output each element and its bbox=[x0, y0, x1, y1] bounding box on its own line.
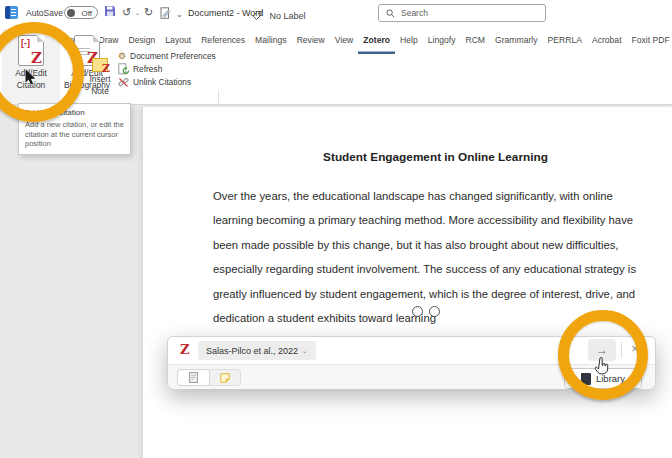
document-paragraph: Over the years, the educational landscap… bbox=[213, 184, 672, 330]
quick-access-overflow-icon[interactable]: ⌄ bbox=[176, 7, 183, 22]
unlink-citations-button[interactable]: Unlink Citations bbox=[118, 76, 191, 88]
tab-perrla[interactable]: PERRLA bbox=[543, 26, 587, 54]
tab-mailings[interactable]: Mailings bbox=[250, 26, 292, 54]
refresh-icon bbox=[118, 63, 129, 75]
mouse-hand-cursor bbox=[594, 357, 610, 380]
citation-chip-text: Salas-Pilco et al., 2022 bbox=[206, 346, 298, 356]
toggle-knob-icon bbox=[67, 9, 75, 17]
tooltip-body-line2: citation at the current cursor bbox=[25, 130, 124, 140]
citation-mode-button[interactable] bbox=[178, 370, 209, 385]
paragraph-line: been made possible by this change, but i… bbox=[213, 233, 672, 257]
search-icon bbox=[386, 9, 395, 18]
document-preferences-label: Document Preferences bbox=[130, 51, 216, 61]
title-bar: AutoSave Off ↺ ⌄ ↻ ⌄ Document2 - Word No… bbox=[0, 0, 672, 26]
mouse-arrow-cursor bbox=[24, 68, 37, 90]
citation-mode-toggle bbox=[177, 369, 241, 386]
tab-zotero[interactable]: Zotero bbox=[358, 26, 395, 54]
document-preferences-button[interactable]: ⚙ Document Preferences bbox=[118, 50, 216, 62]
citation-placeholder-bubble bbox=[429, 306, 440, 317]
autosave-state: Off bbox=[81, 9, 92, 18]
highlight-ring-accept-button bbox=[558, 310, 648, 400]
editor-doc-icon[interactable] bbox=[160, 7, 171, 23]
sensitivity-label-text: No Label bbox=[269, 11, 305, 21]
unlink-citations-label: Unlink Citations bbox=[133, 77, 191, 87]
undo-icon[interactable]: ↺ bbox=[122, 5, 131, 20]
paragraph-line: especially regarding student involvement… bbox=[213, 257, 672, 281]
paragraph-line: learning becoming a primary teaching met… bbox=[213, 208, 672, 232]
gear-icon: ⚙ bbox=[118, 51, 126, 61]
refresh-label: Refresh bbox=[133, 64, 162, 74]
refresh-button[interactable]: Refresh bbox=[118, 63, 162, 75]
insert-note-icon: Z bbox=[92, 58, 108, 72]
word-window: AutoSave Off ↺ ⌄ ↻ ⌄ Document2 - Word No… bbox=[0, 0, 672, 458]
autosave-toggle[interactable]: Off bbox=[64, 6, 98, 19]
redo-icon[interactable]: ↻ bbox=[144, 5, 153, 20]
paragraph-line: greatly influenced by student engagement… bbox=[213, 282, 672, 306]
paragraph-line: Over the years, the educational landscap… bbox=[213, 184, 672, 208]
chevron-down-icon: ⌄ bbox=[302, 347, 307, 355]
citation-placeholder-bubble bbox=[412, 306, 423, 317]
zotero-logo: Z bbox=[180, 342, 190, 357]
tab-view[interactable]: View bbox=[330, 26, 358, 54]
sensitivity-label[interactable]: No Label bbox=[252, 6, 305, 24]
document-heading: Student Engagement in Online Learning bbox=[213, 150, 658, 164]
tooltip-body-line3: position bbox=[25, 139, 124, 149]
ribbon-zotero-group: [-] Z Add/Edit Citation Z Add/Edit Bibli… bbox=[0, 54, 672, 105]
tab-lingofy[interactable]: Lingofy bbox=[423, 26, 461, 54]
tab-help[interactable]: Help bbox=[395, 26, 423, 54]
tab-rcm[interactable]: RCM bbox=[460, 26, 490, 54]
tab-acrobat[interactable]: Acrobat bbox=[587, 26, 627, 54]
label-tag-icon bbox=[252, 10, 262, 21]
word-app-icon[interactable] bbox=[5, 6, 18, 19]
search-input[interactable]: Search bbox=[378, 4, 546, 22]
unlink-icon bbox=[118, 77, 129, 88]
note-mode-button[interactable] bbox=[209, 370, 240, 385]
tab-review[interactable]: Review bbox=[292, 26, 330, 54]
tab-grammarly[interactable]: Grammarly bbox=[490, 26, 543, 54]
save-icon[interactable] bbox=[104, 5, 116, 21]
sticky-note-icon bbox=[220, 373, 230, 383]
citation-chip[interactable]: Salas-Pilco et al., 2022 ⌄ bbox=[198, 341, 316, 360]
autosave-label: AutoSave bbox=[26, 8, 63, 18]
search-placeholder: Search bbox=[401, 8, 428, 18]
document-icon bbox=[189, 372, 198, 383]
tab-foxit-pdf[interactable]: Foxit PDF bbox=[627, 26, 672, 54]
undo-dropdown-icon[interactable]: ⌄ bbox=[135, 9, 140, 16]
